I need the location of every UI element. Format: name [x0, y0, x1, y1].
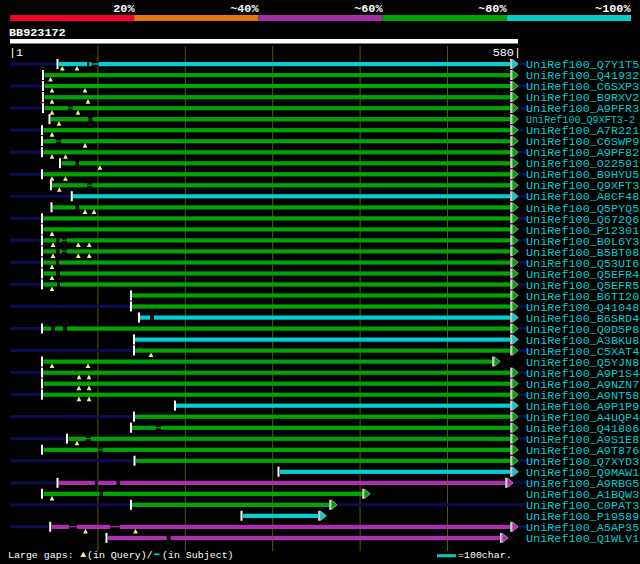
svg-text:|1: |1 [9, 46, 23, 60]
svg-text:580|: 580| [493, 46, 521, 60]
svg-text:Large gaps:: Large gaps: [8, 550, 74, 561]
svg-text:BB923172: BB923172 [9, 26, 66, 40]
svg-text:=100char.: =100char. [458, 550, 512, 561]
svg-text:~40%: ~40% [230, 2, 259, 16]
svg-text:(in Subject): (in Subject) [162, 550, 234, 561]
svg-text:UniRef100_Q1WLV1: UniRef100_Q1WLV1 [526, 532, 639, 546]
svg-text:(in Query)/: (in Query)/ [87, 550, 153, 561]
svg-text:~100%: ~100% [595, 2, 631, 16]
svg-text:~80%: ~80% [478, 2, 507, 16]
svg-text:~60%: ~60% [354, 2, 383, 16]
svg-text:20%: 20% [113, 2, 135, 16]
